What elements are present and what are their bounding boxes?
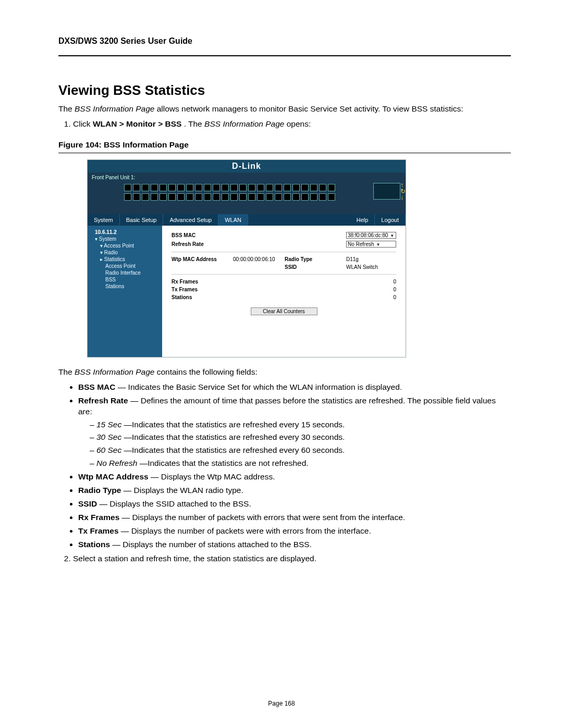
divider bbox=[172, 252, 396, 252]
tree-statistics[interactable]: ▸ Statistics bbox=[90, 256, 160, 263]
term-em: 15 Sec bbox=[96, 420, 121, 429]
desc: — Displays the number of stations attach… bbox=[112, 540, 312, 549]
term-em: 30 Sec bbox=[96, 433, 121, 441]
desc: —Indicates that the statistics are refre… bbox=[124, 420, 345, 429]
term-em: 60 Sec bbox=[96, 446, 121, 454]
tab-help[interactable]: Help bbox=[350, 214, 375, 226]
value-stations: 0 bbox=[344, 293, 398, 301]
desc: — Displays the number of packets were wi… bbox=[121, 526, 371, 535]
arrow-icons: ↑↻↓ bbox=[400, 182, 406, 201]
port-row-2 bbox=[124, 193, 369, 201]
brand-bar: D-Link bbox=[88, 160, 406, 172]
value-ssid: WLAN Switch bbox=[344, 263, 398, 271]
tree-system[interactable]: ▾ System bbox=[90, 236, 160, 242]
tab-advanced-setup[interactable]: Advanced Setup bbox=[163, 214, 218, 226]
desc: — Defines the amount of time that passes… bbox=[78, 396, 496, 416]
text: . The bbox=[184, 119, 204, 128]
text-em: BSS Information Page bbox=[75, 367, 154, 376]
field-stations: Stations — Displays the number of statio… bbox=[78, 539, 511, 550]
figure-rule bbox=[58, 153, 511, 153]
content-pane: BSS MAC 38:f0:08:06:dc:80 Refresh Rate N… bbox=[162, 226, 406, 357]
tree-label: Statistics bbox=[104, 256, 125, 262]
text: The bbox=[58, 367, 75, 376]
front-panel-label: Front Panel Unit 1: bbox=[92, 175, 135, 180]
field-ssid: SSID — Displays the SSID attached to the… bbox=[78, 499, 511, 510]
serial-port-icon bbox=[373, 183, 400, 200]
intro-paragraph: The BSS Information Page allows network … bbox=[58, 104, 511, 115]
label-bss-mac: BSS MAC bbox=[169, 231, 231, 240]
field-tx-frames: Tx Frames — Displays the number of packe… bbox=[78, 526, 511, 537]
clear-counters-button[interactable]: Clear All Counters bbox=[251, 307, 317, 315]
label-wtp-mac: Wtp MAC Address bbox=[169, 255, 231, 263]
tree-label: System bbox=[99, 236, 116, 242]
desc: —Indicates that the statistics are not r… bbox=[140, 459, 309, 467]
steps-list: Click WLAN > Monitor > BSS . The BSS Inf… bbox=[58, 119, 511, 130]
refresh-options: 15 Sec —Indicates that the statistics ar… bbox=[78, 419, 511, 470]
term: Radio Type bbox=[78, 486, 121, 495]
field-rx-frames: Rx Frames — Displays the number of packe… bbox=[78, 512, 511, 523]
text: contains the following fields: bbox=[157, 367, 258, 376]
steps-list-cont: Select a station and refresh time, the s… bbox=[58, 553, 511, 564]
field-radio-type: Radio Type — Displays the WLAN radio typ… bbox=[78, 485, 511, 496]
section-title: Viewing BSS Statistics bbox=[58, 82, 511, 98]
field-wtp-mac: Wtp MAC Address — Displays the Wtp MAC a… bbox=[78, 472, 511, 483]
collapse-icon: ▾ bbox=[100, 250, 104, 255]
tree-stat-bss[interactable]: BSS bbox=[90, 276, 160, 283]
tree-label: Access Point bbox=[104, 243, 134, 249]
tree-stat-radio-interface[interactable]: Radio Interface bbox=[90, 269, 160, 276]
label-rx-frames: Rx Frames bbox=[169, 278, 231, 286]
port-row-1 bbox=[124, 184, 369, 191]
opt-no-refresh: No Refresh —Indicates that the statistic… bbox=[90, 458, 511, 469]
expand-icon: ▸ bbox=[100, 256, 104, 262]
desc: —Indicates that the statistics are refre… bbox=[124, 433, 345, 441]
value-radio-type: D11g bbox=[344, 255, 398, 263]
desc: — Displays the WLAN radio type. bbox=[124, 486, 243, 495]
term: Tx Frames bbox=[78, 526, 119, 535]
tab-logout[interactable]: Logout bbox=[375, 214, 406, 226]
text: allows network managers to monitor Basic… bbox=[157, 104, 463, 113]
tree-stat-stations[interactable]: Stations bbox=[90, 283, 160, 290]
tree-radio[interactable]: ▾ Radio bbox=[90, 249, 160, 256]
field-refresh-rate: Refresh Rate — Defines the amount of tim… bbox=[78, 396, 511, 470]
divider bbox=[172, 274, 396, 275]
select-refresh-rate[interactable]: No Refresh bbox=[346, 241, 396, 248]
text: opens: bbox=[287, 119, 311, 128]
desc: — Indicates the Basic Service Set for wh… bbox=[118, 382, 402, 391]
text-bold: WLAN > Monitor > BSS bbox=[93, 119, 182, 128]
tab-basic-setup[interactable]: Basic Setup bbox=[120, 214, 164, 226]
work-area: 10.6.11.2 ▾ System ▾ Access Point ▾ Radi… bbox=[88, 226, 406, 357]
opt-15s: 15 Sec —Indicates that the statistics ar… bbox=[90, 419, 511, 430]
text-em: BSS Information Page bbox=[75, 104, 154, 113]
tree-label: Radio bbox=[104, 250, 118, 255]
tree-ip[interactable]: 10.6.11.2 bbox=[90, 229, 160, 236]
label-refresh-rate: Refresh Rate bbox=[169, 240, 231, 249]
term-em: No Refresh bbox=[96, 459, 137, 467]
step-1: Click WLAN > Monitor > BSS . The BSS Inf… bbox=[73, 119, 511, 130]
term: Stations bbox=[78, 540, 110, 549]
desc: —Indicates that the statistics are refre… bbox=[124, 446, 345, 454]
collapse-icon: ▾ bbox=[95, 236, 99, 242]
figure-bss-page: D-Link Front Panel Unit 1: ↑↻↓ System Ba… bbox=[87, 159, 406, 357]
text: Click bbox=[73, 119, 93, 128]
step-2: Select a station and refresh time, the s… bbox=[73, 553, 511, 564]
text: The bbox=[58, 104, 75, 113]
desc: — Displays the number of packets with er… bbox=[122, 513, 406, 522]
label-stations: Stations bbox=[169, 293, 231, 301]
tree-stat-access-point[interactable]: Access Point bbox=[90, 263, 160, 269]
select-bss-mac[interactable]: 38:f0:08:06:dc:80 bbox=[346, 232, 396, 239]
fields-intro: The BSS Information Page contains the fo… bbox=[58, 367, 511, 378]
tree-access-point[interactable]: ▾ Access Point bbox=[90, 242, 160, 249]
desc: — Displays the Wtp MAC address. bbox=[151, 472, 275, 481]
term: SSID bbox=[78, 499, 97, 508]
header-rule bbox=[58, 55, 511, 56]
field-bss-mac: BSS MAC — Indicates the Basic Service Se… bbox=[78, 382, 511, 393]
figure-caption: Figure 104: BSS Information Page bbox=[58, 140, 511, 150]
term: Refresh Rate bbox=[78, 396, 128, 405]
opt-30s: 30 Sec —Indicates that the statistics ar… bbox=[90, 432, 511, 443]
fields-list: BSS MAC — Indicates the Basic Service Se… bbox=[58, 382, 511, 550]
tab-bar: System Basic Setup Advanced Setup WLAN H… bbox=[88, 214, 406, 226]
nav-tree: 10.6.11.2 ▾ System ▾ Access Point ▾ Radi… bbox=[88, 226, 162, 357]
term: Wtp MAC Address bbox=[78, 472, 149, 481]
tab-wlan[interactable]: WLAN bbox=[218, 214, 248, 226]
tab-system[interactable]: System bbox=[88, 214, 120, 226]
